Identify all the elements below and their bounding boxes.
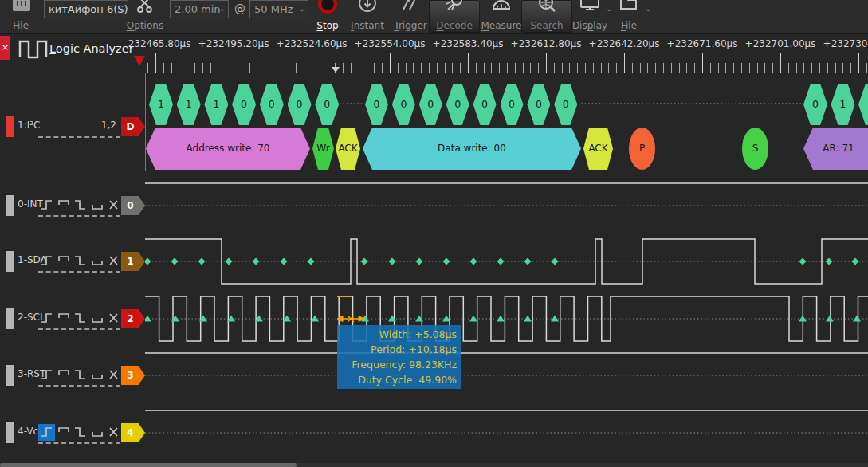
chevron-down-icon: ⌄ (219, 3, 226, 14)
ruler-tick (827, 63, 828, 73)
ruler-tick (616, 63, 617, 73)
high-level-trigger-icon[interactable] (57, 312, 70, 324)
ruler-tick (382, 63, 383, 73)
channel-color-swatch[interactable] (6, 308, 14, 329)
close-icon[interactable]: × (0, 36, 10, 60)
rising-edge-trigger-icon[interactable] (40, 426, 53, 438)
ruler-tick (858, 53, 859, 73)
falling-edge-trigger-icon[interactable] (73, 198, 87, 211)
ruler-timestamp: +232730.40µs (823, 38, 868, 49)
device-select[interactable]: китАйфон 6(S) ⌄ (44, 0, 128, 18)
ruler-timestamp: +232671.60µs (667, 38, 738, 49)
low-level-trigger-icon[interactable] (90, 254, 104, 267)
low-level-trigger-icon[interactable] (90, 198, 104, 211)
decode-button[interactable]: Decode (429, 0, 480, 33)
channel-drag-underline[interactable] (38, 385, 120, 387)
low-level-trigger-icon[interactable] (90, 426, 104, 438)
file-button[interactable]: ⌄File (603, 0, 654, 33)
waveform-area[interactable] (145, 73, 868, 467)
sda-sample-marker (253, 258, 260, 265)
ruler-tick (686, 63, 687, 73)
decoder-flag[interactable]: D (121, 117, 145, 136)
sda-sample-marker (524, 258, 532, 265)
any-edge-trigger-icon[interactable] (107, 368, 120, 381)
falling-edge-trigger-icon[interactable] (73, 368, 87, 381)
sda-sample-marker (198, 258, 206, 265)
toolbar: File китАйфон 6(S) ⌄ Options 2.00 min ⌄ … (0, 0, 868, 34)
falling-edge-trigger-icon[interactable] (73, 312, 87, 324)
sidebar: × Logic Analyzer 1:I²C1,2D0-INT01-SDA12-… (0, 33, 145, 467)
sample-duration-select[interactable]: 2.00 min ⌄ (170, 0, 229, 18)
ruler-tick (468, 53, 469, 73)
ruler-tick (234, 53, 234, 73)
horizontal-scrollbar-thumb[interactable] (0, 463, 297, 467)
channel-flag[interactable]: 1 (121, 252, 145, 271)
ruler-timestamp: +232701.00µs (745, 38, 816, 49)
options-icon[interactable] (136, 0, 155, 14)
measure-edge-marker[interactable] (332, 67, 340, 73)
ruler-tick (406, 63, 407, 73)
rising-edge-trigger-icon[interactable] (40, 198, 53, 211)
any-edge-trigger-icon[interactable] (107, 254, 120, 267)
ruler-tick (515, 63, 516, 73)
ruler-tick (343, 63, 344, 73)
tooltip-line: Frequency: 98.23KHz (337, 357, 461, 372)
channel-drag-underline[interactable] (38, 271, 120, 273)
channel-drag-underline[interactable] (38, 442, 120, 444)
high-level-trigger-icon[interactable] (57, 254, 70, 267)
channel-color-swatch[interactable] (6, 195, 14, 216)
any-edge-trigger-icon[interactable] (107, 312, 120, 324)
sda-sample-marker (497, 258, 505, 265)
low-level-trigger-icon[interactable] (90, 312, 104, 324)
channel-flag[interactable]: 4 (121, 423, 145, 442)
ruler-tick (718, 63, 719, 73)
channel-drag-underline[interactable] (38, 136, 120, 138)
sda-sample-marker (171, 258, 179, 265)
high-level-trigger-icon[interactable] (57, 368, 70, 381)
falling-edge-trigger-icon[interactable] (73, 254, 87, 267)
low-level-trigger-icon[interactable] (90, 368, 104, 381)
channel-color-swatch[interactable] (6, 251, 14, 272)
ruler-tick (593, 63, 594, 73)
file-device-button-label[interactable]: File (0, 20, 46, 31)
ruler-tick (546, 53, 547, 73)
rising-edge-trigger-icon[interactable] (40, 254, 53, 267)
options-label[interactable]: Options (120, 20, 171, 31)
ruler-tick (155, 53, 156, 73)
measure-button[interactable]: Measure (476, 0, 527, 33)
ruler-tick (523, 63, 524, 73)
measure-tooltip: Width: +5.08µsPeriod: +10.18µsFrequency:… (337, 325, 461, 389)
decoder-color-swatch[interactable] (6, 116, 14, 137)
device-file-icon[interactable] (11, 0, 32, 14)
ruler-tick (304, 63, 304, 73)
rising-edge-trigger-icon[interactable] (40, 312, 53, 324)
ruler-timestamp: +232554.00µs (355, 38, 426, 49)
channel-color-swatch[interactable] (6, 365, 14, 386)
measure-icon (491, 0, 512, 14)
ruler-tick (320, 63, 320, 73)
any-edge-trigger-icon[interactable] (107, 426, 120, 438)
time-ruler[interactable]: +232465.80µs+232495.20µs+232524.60µs+232… (128, 33, 868, 73)
ruler-tick (530, 63, 531, 73)
channel-flag[interactable]: 3 (121, 366, 145, 385)
channel-drag-underline[interactable] (38, 215, 120, 217)
channel-flag[interactable]: 0 (121, 196, 145, 215)
channel-drag-underline[interactable] (38, 328, 120, 330)
channel-color-swatch[interactable] (6, 422, 14, 443)
channel-flag[interactable]: 2 (121, 309, 145, 328)
sample-rate-select[interactable]: 50 MHz ⌄ (249, 0, 308, 18)
horizontal-scrollbar[interactable] (0, 463, 868, 467)
ruler-tick (710, 63, 711, 73)
falling-edge-trigger-icon[interactable] (73, 426, 87, 438)
ruler-tick (788, 63, 789, 73)
any-edge-trigger-icon[interactable] (107, 198, 120, 211)
ruler-tick (398, 63, 399, 73)
rising-edge-trigger-icon[interactable] (40, 368, 53, 381)
high-level-trigger-icon[interactable] (57, 426, 70, 438)
ruler-tick (679, 63, 680, 73)
sda-sample-marker (389, 258, 396, 265)
high-level-trigger-icon[interactable] (57, 198, 70, 211)
ruler-tick (171, 63, 172, 73)
ruler-tick (866, 63, 867, 73)
ruler-tick (296, 63, 297, 73)
